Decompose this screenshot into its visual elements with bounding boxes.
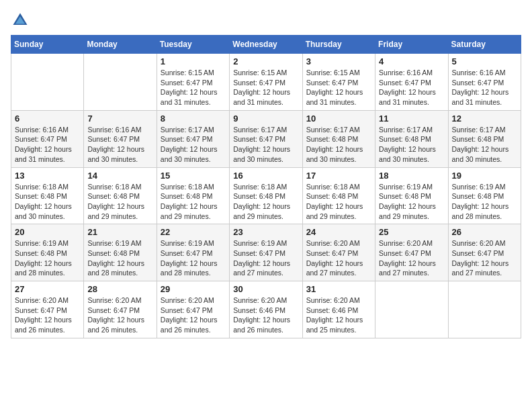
- day-number: 31: [306, 284, 371, 294]
- day-info: Sunrise: 6:20 AM Sunset: 6:47 PM Dayligh…: [379, 238, 444, 278]
- day-info: Sunrise: 6:20 AM Sunset: 6:47 PM Dayligh…: [452, 238, 517, 278]
- weekday-header: Tuesday: [157, 36, 229, 54]
- day-info: Sunrise: 6:18 AM Sunset: 6:48 PM Dayligh…: [161, 182, 226, 222]
- calendar-cell: 18Sunrise: 6:19 AM Sunset: 6:48 PM Dayli…: [375, 167, 448, 224]
- day-info: Sunrise: 6:17 AM Sunset: 6:48 PM Dayligh…: [306, 125, 371, 165]
- weekday-header: Thursday: [302, 36, 375, 54]
- day-number: 2: [233, 56, 298, 66]
- day-info: Sunrise: 6:17 AM Sunset: 6:47 PM Dayligh…: [233, 125, 298, 165]
- day-info: Sunrise: 6:18 AM Sunset: 6:48 PM Dayligh…: [15, 182, 80, 222]
- day-info: Sunrise: 6:20 AM Sunset: 6:46 PM Dayligh…: [233, 295, 298, 335]
- calendar-cell: 25Sunrise: 6:20 AM Sunset: 6:47 PM Dayli…: [375, 224, 448, 281]
- day-number: 28: [87, 284, 152, 294]
- calendar-cell: 11Sunrise: 6:17 AM Sunset: 6:48 PM Dayli…: [375, 110, 448, 167]
- calendar-cell: 30Sunrise: 6:20 AM Sunset: 6:46 PM Dayli…: [230, 281, 302, 338]
- weekday-header: Friday: [375, 36, 448, 54]
- weekday-header: Monday: [84, 36, 157, 54]
- calendar-cell: 9Sunrise: 6:17 AM Sunset: 6:47 PM Daylig…: [230, 110, 302, 167]
- calendar: SundayMondayTuesdayWednesdayThursdayFrid…: [11, 35, 521, 338]
- day-number: 24: [306, 227, 371, 237]
- day-info: Sunrise: 6:20 AM Sunset: 6:46 PM Dayligh…: [306, 295, 371, 335]
- day-number: 23: [233, 227, 298, 237]
- day-number: 12: [452, 113, 517, 124]
- logo: [11, 11, 32, 30]
- day-info: Sunrise: 6:20 AM Sunset: 6:47 PM Dayligh…: [15, 295, 80, 335]
- calendar-cell: 14Sunrise: 6:18 AM Sunset: 6:48 PM Dayli…: [84, 167, 157, 224]
- calendar-cell: 20Sunrise: 6:19 AM Sunset: 6:48 PM Dayli…: [11, 224, 84, 281]
- calendar-cell: 29Sunrise: 6:20 AM Sunset: 6:47 PM Dayli…: [157, 281, 229, 338]
- calendar-cell: 31Sunrise: 6:20 AM Sunset: 6:46 PM Dayli…: [302, 281, 375, 338]
- calendar-week-row: 1Sunrise: 6:15 AM Sunset: 6:47 PM Daylig…: [11, 54, 521, 111]
- day-info: Sunrise: 6:20 AM Sunset: 6:47 PM Dayligh…: [87, 295, 152, 335]
- calendar-cell: 4Sunrise: 6:16 AM Sunset: 6:47 PM Daylig…: [375, 54, 448, 111]
- day-number: 4: [379, 56, 444, 66]
- logo-icon: [11, 11, 30, 30]
- calendar-week-row: 27Sunrise: 6:20 AM Sunset: 6:47 PM Dayli…: [11, 281, 521, 338]
- day-number: 16: [233, 171, 298, 181]
- weekday-header-row: SundayMondayTuesdayWednesdayThursdayFrid…: [11, 36, 521, 54]
- day-number: 17: [306, 171, 371, 181]
- day-number: 15: [161, 171, 226, 181]
- day-info: Sunrise: 6:20 AM Sunset: 6:47 PM Dayligh…: [161, 295, 226, 335]
- calendar-cell: 23Sunrise: 6:19 AM Sunset: 6:47 PM Dayli…: [230, 224, 302, 281]
- calendar-cell: 17Sunrise: 6:18 AM Sunset: 6:48 PM Dayli…: [302, 167, 375, 224]
- day-number: 11: [379, 113, 444, 124]
- day-number: 6: [15, 113, 80, 124]
- calendar-cell: 10Sunrise: 6:17 AM Sunset: 6:48 PM Dayli…: [302, 110, 375, 167]
- day-number: 18: [379, 171, 444, 181]
- day-info: Sunrise: 6:15 AM Sunset: 6:47 PM Dayligh…: [306, 68, 371, 107]
- weekday-header: Wednesday: [230, 36, 302, 54]
- day-number: 22: [161, 227, 226, 237]
- calendar-cell: 13Sunrise: 6:18 AM Sunset: 6:48 PM Dayli…: [11, 167, 84, 224]
- day-number: 7: [87, 113, 152, 124]
- calendar-cell: 27Sunrise: 6:20 AM Sunset: 6:47 PM Dayli…: [11, 281, 84, 338]
- day-number: 30: [233, 284, 298, 294]
- calendar-cell: 26Sunrise: 6:20 AM Sunset: 6:47 PM Dayli…: [448, 224, 521, 281]
- calendar-cell: 28Sunrise: 6:20 AM Sunset: 6:47 PM Dayli…: [84, 281, 157, 338]
- calendar-cell: 6Sunrise: 6:16 AM Sunset: 6:47 PM Daylig…: [11, 110, 84, 167]
- calendar-cell: [11, 54, 84, 111]
- calendar-cell: 3Sunrise: 6:15 AM Sunset: 6:47 PM Daylig…: [302, 54, 375, 111]
- day-info: Sunrise: 6:19 AM Sunset: 6:47 PM Dayligh…: [161, 238, 226, 278]
- calendar-cell: 15Sunrise: 6:18 AM Sunset: 6:48 PM Dayli…: [157, 167, 229, 224]
- calendar-cell: 22Sunrise: 6:19 AM Sunset: 6:47 PM Dayli…: [157, 224, 229, 281]
- day-number: 5: [452, 56, 517, 66]
- day-info: Sunrise: 6:17 AM Sunset: 6:47 PM Dayligh…: [161, 125, 226, 165]
- day-number: 8: [161, 113, 226, 124]
- day-number: 27: [15, 284, 80, 294]
- day-info: Sunrise: 6:16 AM Sunset: 6:47 PM Dayligh…: [15, 125, 80, 165]
- day-number: 21: [87, 227, 152, 237]
- day-info: Sunrise: 6:20 AM Sunset: 6:47 PM Dayligh…: [306, 238, 371, 278]
- day-number: 26: [452, 227, 517, 237]
- calendar-cell: 8Sunrise: 6:17 AM Sunset: 6:47 PM Daylig…: [157, 110, 229, 167]
- calendar-cell: 12Sunrise: 6:17 AM Sunset: 6:48 PM Dayli…: [448, 110, 521, 167]
- calendar-cell: 19Sunrise: 6:19 AM Sunset: 6:48 PM Dayli…: [448, 167, 521, 224]
- day-info: Sunrise: 6:18 AM Sunset: 6:48 PM Dayligh…: [306, 182, 371, 222]
- page-header: [11, 11, 521, 30]
- day-info: Sunrise: 6:19 AM Sunset: 6:48 PM Dayligh…: [87, 238, 152, 278]
- day-info: Sunrise: 6:15 AM Sunset: 6:47 PM Dayligh…: [233, 68, 298, 107]
- day-number: 10: [306, 113, 371, 124]
- calendar-cell: 16Sunrise: 6:18 AM Sunset: 6:48 PM Dayli…: [230, 167, 302, 224]
- day-info: Sunrise: 6:18 AM Sunset: 6:48 PM Dayligh…: [233, 182, 298, 222]
- day-number: 29: [161, 284, 226, 294]
- day-info: Sunrise: 6:19 AM Sunset: 6:47 PM Dayligh…: [233, 238, 298, 278]
- weekday-header: Saturday: [448, 36, 521, 54]
- calendar-cell: [375, 281, 448, 338]
- day-info: Sunrise: 6:19 AM Sunset: 6:48 PM Dayligh…: [15, 238, 80, 278]
- calendar-cell: 7Sunrise: 6:16 AM Sunset: 6:47 PM Daylig…: [84, 110, 157, 167]
- calendar-cell: [448, 281, 521, 338]
- day-info: Sunrise: 6:17 AM Sunset: 6:48 PM Dayligh…: [379, 125, 444, 165]
- day-info: Sunrise: 6:16 AM Sunset: 6:47 PM Dayligh…: [87, 125, 152, 165]
- calendar-cell: 1Sunrise: 6:15 AM Sunset: 6:47 PM Daylig…: [157, 54, 229, 111]
- day-info: Sunrise: 6:18 AM Sunset: 6:48 PM Dayligh…: [87, 182, 152, 222]
- day-number: 25: [379, 227, 444, 237]
- day-number: 13: [15, 171, 80, 181]
- calendar-week-row: 6Sunrise: 6:16 AM Sunset: 6:47 PM Daylig…: [11, 110, 521, 167]
- day-number: 14: [87, 171, 152, 181]
- day-number: 3: [306, 56, 371, 66]
- day-info: Sunrise: 6:19 AM Sunset: 6:48 PM Dayligh…: [452, 182, 517, 222]
- calendar-week-row: 13Sunrise: 6:18 AM Sunset: 6:48 PM Dayli…: [11, 167, 521, 224]
- calendar-cell: 5Sunrise: 6:16 AM Sunset: 6:47 PM Daylig…: [448, 54, 521, 111]
- day-number: 1: [161, 56, 226, 66]
